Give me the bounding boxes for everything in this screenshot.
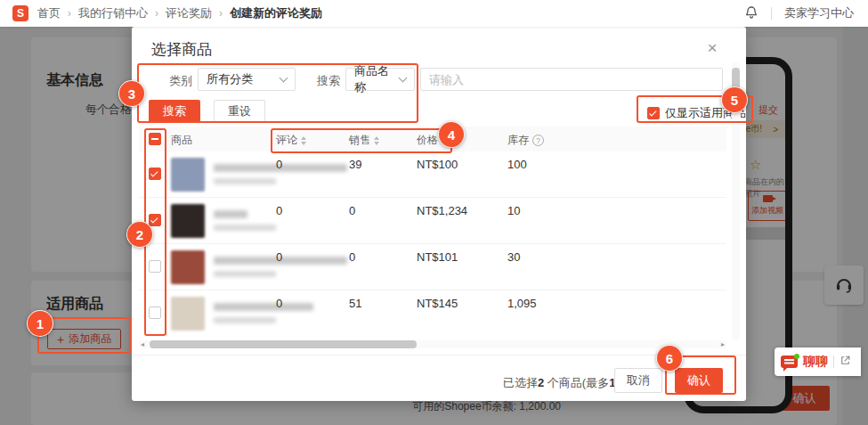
keyword-input[interactable] <box>420 68 723 91</box>
scroll-right-arrow-icon[interactable]: ▸ <box>721 340 725 348</box>
annotation-step-5: 5 <box>721 86 748 113</box>
modal-cancel-button[interactable]: 取消 <box>614 368 662 393</box>
product-image <box>171 250 205 284</box>
annotation-step-4: 4 <box>438 121 465 148</box>
annotation-box-sort-columns <box>271 128 452 153</box>
annotation-step-2: 2 <box>126 221 153 248</box>
table-row[interactable]: 0 0 NT$101 30 <box>139 244 726 290</box>
breadcrumb-review-reward[interactable]: 评论奖励 <box>166 5 212 21</box>
cell-stock: 100 <box>507 158 527 171</box>
table-row[interactable]: 0 39 NT$100 100 <box>139 151 726 198</box>
seller-learning-center-link[interactable]: 卖家学习中心 <box>784 5 854 21</box>
cell-price: NT$145 <box>417 297 458 310</box>
breadcrumb: 首页 我的行销中心 评论奖励 创建新的评论奖励 <box>37 5 329 21</box>
screen: S 首页 我的行销中心 评论奖励 创建新的评论奖励 卖家学习中心 基本信息 每个… <box>0 0 868 425</box>
product-image <box>171 158 205 192</box>
modal-title: 选择商品 <box>151 39 212 60</box>
shopee-logo-icon[interactable]: S <box>12 5 28 21</box>
cell-stock: 1,095 <box>507 297 537 310</box>
chevron-right-icon <box>155 7 158 20</box>
product-image <box>171 297 205 331</box>
cell-stock: 10 <box>507 204 520 217</box>
help-question-icon[interactable] <box>532 135 544 146</box>
top-navigation-bar: S 首页 我的行销中心 评论奖励 创建新的评论奖励 卖家学习中心 <box>0 0 868 27</box>
annotation-step-6: 6 <box>656 345 683 372</box>
cell-comments: 0 <box>276 204 282 217</box>
chevron-right-icon <box>68 7 71 20</box>
chevron-right-icon <box>219 7 223 20</box>
cell-price: NT$1,234 <box>417 204 467 217</box>
annotation-box-filters <box>137 63 418 123</box>
chat-label: 聊聊 <box>803 354 828 370</box>
cell-sales: 39 <box>349 158 361 171</box>
chat-widget[interactable]: 聊聊 <box>775 347 861 376</box>
breadcrumb-home[interactable]: 首页 <box>37 5 61 21</box>
annotation-step-3: 3 <box>118 80 145 107</box>
cell-sales: 0 <box>349 250 355 264</box>
cell-comments: 0 <box>276 297 282 310</box>
product-subtext-blurred <box>214 225 276 231</box>
notification-bell-icon[interactable] <box>744 5 758 22</box>
online-status-dot <box>794 354 799 359</box>
scroll-left-arrow-icon[interactable]: ◂ <box>141 340 144 348</box>
product-name-blurred <box>214 210 247 218</box>
product-subtext-blurred <box>214 317 276 323</box>
close-icon[interactable]: × <box>702 37 723 59</box>
modal-footer: 已选择2 个商品(最多100个) 取消 确认 <box>132 355 746 401</box>
cell-price: NT$100 <box>417 158 458 171</box>
product-name-blurred <box>214 303 313 311</box>
table-row[interactable]: 0 0 NT$1,234 10 <box>139 198 726 244</box>
chat-bubble-icon <box>781 356 798 368</box>
cell-stock: 30 <box>507 250 520 264</box>
annotation-step-1: 1 <box>27 310 53 337</box>
breadcrumb-current-page: 创建新的评论奖励 <box>230 5 322 21</box>
breadcrumb-marketing-center[interactable]: 我的行销中心 <box>78 5 148 21</box>
popout-icon[interactable] <box>840 354 851 370</box>
divider <box>771 7 772 20</box>
cell-price: NT$101 <box>417 250 458 264</box>
cell-sales: 51 <box>349 297 361 310</box>
cell-sales: 0 <box>349 204 355 217</box>
product-subtext-blurred <box>214 178 276 184</box>
product-image <box>171 204 205 238</box>
horizontal-scrollbar[interactable]: ◂ ▸ <box>139 340 726 348</box>
product-subtext-blurred <box>214 271 276 277</box>
column-product: 商品 <box>171 133 192 148</box>
horizontal-scroll-thumb[interactable] <box>150 340 417 348</box>
divider <box>833 356 834 368</box>
column-stock: 库存 <box>507 133 544 148</box>
cell-comments: 0 <box>276 250 282 264</box>
cell-comments: 0 <box>276 158 282 171</box>
table-row[interactable]: 0 51 NT$145 1,095 <box>139 290 726 337</box>
